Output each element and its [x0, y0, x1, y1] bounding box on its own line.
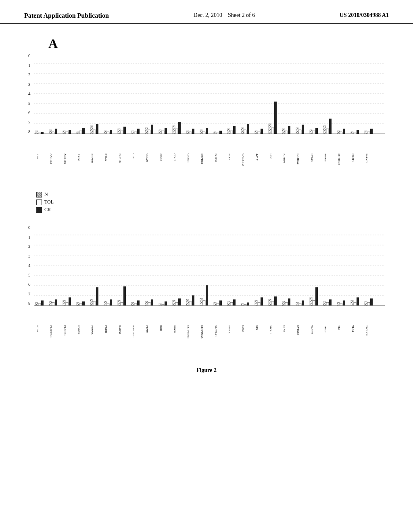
- chart-a-svg: [34, 53, 385, 150]
- svg-rect-124: [63, 301, 65, 306]
- svg-text:PLXIIB1: PLXIIB1: [63, 325, 67, 336]
- svg-text:LTB40H: LTB40H: [310, 154, 313, 164]
- svg-text:C1S: C1S: [132, 154, 135, 158]
- svg-text:STK6: STK6: [283, 325, 286, 332]
- svg-text:CCL20: CCL20: [146, 154, 149, 162]
- svg-rect-184: [337, 303, 340, 306]
- svg-rect-35: [151, 125, 153, 134]
- svg-rect-191: [367, 303, 370, 306]
- svg-rect-178: [310, 297, 312, 305]
- svg-rect-51: [227, 129, 230, 134]
- svg-rect-26: [110, 130, 112, 134]
- svg-rect-163: [241, 303, 244, 305]
- svg-text:RAB30: RAB30: [118, 325, 121, 334]
- svg-text:CDH2: CDH2: [173, 154, 176, 161]
- svg-rect-73: [326, 129, 329, 134]
- svg-text:RGH: RGH: [159, 325, 163, 331]
- svg-rect-83: [370, 129, 373, 134]
- svg-rect-37: [162, 131, 164, 134]
- svg-rect-75: [337, 131, 340, 134]
- svg-rect-146: [162, 305, 164, 306]
- svg-rect-172: [282, 301, 285, 305]
- svg-rect-21: [90, 126, 93, 134]
- svg-rect-40: [175, 129, 178, 134]
- svg-rect-49: [217, 133, 219, 134]
- svg-rect-138: [123, 287, 126, 306]
- svg-rect-70: [313, 131, 315, 134]
- svg-text:TBX3: TBX3: [324, 325, 327, 332]
- svg-rect-68: [302, 125, 304, 134]
- svg-text:PARVG: PARVG: [365, 154, 368, 163]
- svg-text:SMILE: SMILE: [228, 325, 231, 334]
- svg-rect-20: [82, 128, 85, 134]
- svg-text:SERPINA3: SERPINA3: [187, 325, 190, 339]
- svg-text:PCP4: PCP4: [36, 325, 39, 332]
- svg-text:BTLA: BTLA: [104, 154, 108, 161]
- publication-date: Dec. 2, 2010 Sheet 2 of 6: [193, 12, 255, 19]
- svg-text:GAGE1_2: GAGE1_2: [242, 154, 245, 166]
- chart-legend: N TOL CR: [36, 191, 389, 213]
- figure-caption: Figure 2: [24, 367, 389, 374]
- svg-rect-147: [165, 301, 167, 305]
- svg-rect-56: [247, 124, 249, 134]
- svg-rect-63: [282, 129, 285, 134]
- svg-rect-151: [186, 299, 189, 305]
- svg-rect-135: [110, 299, 112, 305]
- svg-rect-183: [329, 299, 332, 305]
- svg-rect-33: [145, 128, 148, 134]
- svg-rect-71: [315, 128, 318, 134]
- chart-b-svg: [34, 225, 385, 322]
- svg-rect-142: [145, 301, 148, 305]
- svg-rect-46: [203, 132, 205, 134]
- svg-rect-126: [69, 297, 71, 305]
- svg-rect-157: [214, 303, 216, 306]
- svg-rect-174: [288, 299, 290, 306]
- svg-rect-32: [137, 129, 140, 134]
- svg-text:PLEKHC1: PLEKHC1: [50, 325, 53, 338]
- svg-rect-137: [121, 303, 123, 306]
- svg-rect-62: [274, 102, 277, 134]
- svg-rect-131: [93, 301, 96, 305]
- svg-rect-42: [186, 131, 189, 134]
- svg-text:AKR1C2: AKR1C2: [63, 154, 67, 164]
- page-header: Patent Application Publication Dec. 2, 2…: [0, 0, 413, 24]
- svg-rect-149: [175, 303, 178, 306]
- svg-rect-192: [370, 299, 373, 306]
- svg-rect-53: [233, 126, 236, 134]
- svg-rect-165: [247, 303, 249, 306]
- svg-rect-34: [148, 130, 150, 134]
- svg-rect-122: [52, 303, 54, 306]
- svg-rect-168: [261, 297, 263, 305]
- svg-text:4a7_7: 4a7_7: [255, 154, 259, 161]
- svg-rect-162: [233, 299, 236, 305]
- svg-rect-154: [200, 299, 202, 306]
- svg-rect-78: [351, 132, 353, 134]
- legend-label-tol: TOL: [44, 199, 54, 205]
- svg-rect-52: [230, 131, 233, 134]
- svg-text:TACC2: TACC2: [310, 325, 313, 334]
- svg-rect-175: [296, 303, 298, 306]
- svg-rect-189: [357, 297, 359, 305]
- svg-rect-64: [285, 131, 288, 134]
- svg-rect-76: [340, 132, 342, 134]
- svg-text:ELF3: ELF3: [228, 154, 231, 160]
- svg-text:IGFBP3: IGFBP3: [283, 154, 286, 163]
- svg-rect-57: [255, 131, 257, 134]
- svg-rect-190: [365, 301, 367, 305]
- svg-rect-152: [189, 301, 192, 305]
- svg-rect-24: [104, 131, 106, 134]
- svg-rect-60: [269, 124, 271, 134]
- chart-b-y-axis: 8 7 6 5 4 3 2 1 0: [28, 225, 34, 305]
- svg-rect-23: [96, 124, 98, 134]
- svg-rect-66: [296, 128, 298, 134]
- svg-rect-38: [165, 128, 167, 134]
- legend-box-n: [36, 192, 42, 197]
- svg-rect-82: [367, 132, 370, 134]
- publication-title: Patent Application Publication: [24, 12, 109, 19]
- svg-text:ZWILCH: ZWILCH: [365, 325, 368, 336]
- svg-rect-159: [219, 301, 222, 306]
- chart-b-plot: PCP4 PLEKHC1 PLXIIB1 PODXL PPAP2C PXDH R…: [34, 225, 389, 355]
- svg-rect-16: [66, 132, 68, 134]
- svg-text:PPAP2C: PPAP2C: [91, 325, 94, 335]
- svg-rect-129: [82, 301, 85, 305]
